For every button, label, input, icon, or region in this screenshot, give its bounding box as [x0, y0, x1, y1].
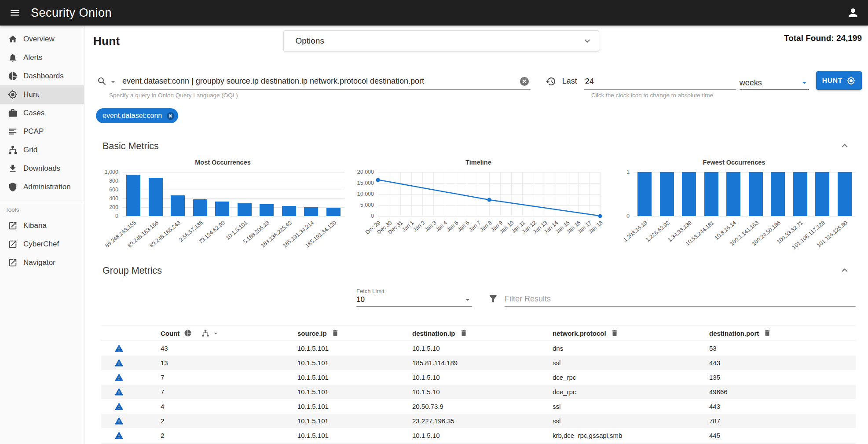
row-alert-cell[interactable]	[101, 370, 161, 385]
table-row[interactable]: 410.1.5.10120.50.73.9ssl443	[101, 399, 856, 414]
table-cell: 49666	[709, 385, 856, 399]
time-unit-value: weeks	[740, 78, 762, 88]
total-found: Total Found: 24,199	[784, 33, 862, 43]
trash-icon[interactable]	[763, 329, 771, 337]
clear-query-button[interactable]	[519, 76, 530, 87]
trash-icon[interactable]	[611, 329, 619, 337]
remove-filter-icon[interactable]	[166, 111, 175, 121]
table-header-row: Count source.ip	[101, 326, 856, 341]
bar[interactable]	[771, 172, 785, 216]
table-row[interactable]: 1310.1.5.101185.81.114.189ssl443	[101, 356, 856, 370]
warning-icon	[114, 387, 124, 396]
row-alert-cell[interactable]	[101, 356, 161, 370]
group-metrics-table-body: 4310.1.5.10110.1.5.10dns531310.1.5.10118…	[101, 341, 856, 444]
group-drilldown-icon[interactable]	[201, 329, 209, 337]
row-alert-cell[interactable]	[101, 414, 161, 428]
data-point[interactable]	[487, 198, 491, 202]
sidebar-item-cases[interactable]: Cases	[0, 104, 84, 122]
bar[interactable]	[637, 172, 652, 216]
bar[interactable]	[126, 175, 140, 216]
sidebar-item-label: Downloads	[23, 164, 60, 173]
chevron-down-icon[interactable]	[212, 330, 220, 337]
data-point[interactable]	[376, 178, 380, 182]
sidebar-item-label: Administration	[23, 183, 71, 191]
collapse-basic-metrics-button[interactable]	[839, 140, 850, 153]
external-icon	[8, 258, 18, 268]
table-cell: 443	[709, 399, 856, 414]
fetch-limit-label: Fetch Limit	[356, 288, 472, 294]
sidebar-item-grid[interactable]: Grid	[0, 141, 84, 159]
table-row[interactable]: 210.1.5.10123.227.196.35ssl787	[101, 414, 856, 428]
bar[interactable]	[260, 204, 274, 216]
sidebar-item-hunt[interactable]: Hunt	[0, 85, 84, 104]
y-tick-label: 20,000	[357, 169, 374, 175]
table-cell: krb,dce_rpc,gssapi,smb	[553, 428, 709, 443]
sidebar-item-pcap[interactable]: PCAP	[0, 122, 84, 141]
bar[interactable]	[171, 195, 185, 216]
bar[interactable]	[149, 178, 163, 216]
bar[interactable]	[838, 172, 852, 216]
group-metrics-title: Group Metrics	[103, 265, 839, 276]
table-row[interactable]: 710.1.5.10110.1.5.10dce_rpc49666	[101, 385, 856, 399]
app-title: Security Onion	[31, 6, 112, 20]
hamburger-menu-button[interactable]	[4, 2, 26, 23]
trash-icon[interactable]	[460, 329, 468, 337]
row-alert-cell[interactable]	[101, 341, 161, 356]
table-row[interactable]: 210.1.5.10110.1.5.10krb,dce_rpc,gssapi,s…	[101, 428, 856, 443]
bar[interactable]	[282, 206, 296, 216]
sidebar-nav: OverviewAlertsDashboardsHuntCasesPCAPGri…	[0, 30, 84, 196]
filter-chip[interactable]: event.dataset:conn	[96, 108, 178, 123]
x-tick-label: Jan 2	[412, 220, 426, 233]
fetch-limit-select[interactable]: Fetch Limit 10	[356, 288, 472, 307]
sidebar-item-overview[interactable]: Overview	[0, 30, 84, 48]
table-cell: 10.1.5.101	[297, 356, 412, 370]
bar[interactable]	[326, 208, 341, 216]
search-icon[interactable]	[97, 76, 107, 87]
sidebar-tool-kibana[interactable]: Kibana	[0, 216, 84, 235]
table-row[interactable]: 4310.1.5.10110.1.5.10dns53	[101, 341, 856, 356]
sidebar-item-administration[interactable]: Administration	[0, 178, 84, 196]
collapse-group-metrics-button[interactable]	[839, 264, 850, 277]
time-unit-select[interactable]: weeks	[740, 78, 809, 90]
sidebar: OverviewAlertsDashboardsHuntCasesPCAPGri…	[0, 26, 84, 444]
relative-time-icon[interactable]	[546, 76, 556, 87]
table-cell: 20.50.73.9	[412, 399, 553, 414]
table-cell: 7	[161, 385, 297, 399]
query-history-caret-icon[interactable]	[108, 77, 118, 87]
bar[interactable]	[793, 172, 807, 216]
external-icon	[8, 239, 18, 249]
chart-title: Timeline	[357, 159, 600, 166]
hunt-button[interactable]: HUNT	[816, 71, 862, 90]
filter-results-input[interactable]	[505, 292, 856, 307]
bar[interactable]	[193, 199, 207, 216]
sidebar-item-label: Hunt	[23, 90, 39, 99]
sidebar-item-dashboards[interactable]: Dashboards	[0, 67, 84, 85]
pie-chart-icon[interactable]	[184, 329, 192, 337]
bar[interactable]	[704, 172, 718, 216]
row-alert-cell[interactable]	[101, 385, 161, 399]
sidebar-item-alerts[interactable]: Alerts	[0, 48, 84, 67]
x-tick-label: Jan 6	[457, 220, 471, 233]
relative-time-value-input[interactable]	[584, 77, 736, 90]
bar[interactable]	[749, 172, 763, 216]
bar[interactable]	[304, 207, 318, 216]
options-dropdown[interactable]: Options	[283, 30, 599, 51]
table-cell: 10.1.5.101	[297, 385, 412, 399]
row-alert-cell[interactable]	[101, 428, 161, 443]
sidebar-tool-navigator[interactable]: Navigator	[0, 253, 84, 272]
sidebar-tool-cyberchef[interactable]: CyberChef	[0, 235, 84, 253]
bar[interactable]	[815, 172, 829, 216]
query-input[interactable]	[121, 77, 519, 88]
user-account-button[interactable]	[842, 2, 864, 23]
sidebar-item-downloads[interactable]: Downloads	[0, 159, 84, 178]
table-row[interactable]: 710.1.5.10110.1.5.10dce_rpc135	[101, 370, 856, 385]
bar[interactable]	[726, 172, 740, 216]
y-tick-label: 200	[109, 204, 118, 210]
trash-icon[interactable]	[331, 329, 339, 337]
bar[interactable]	[238, 203, 252, 216]
bar[interactable]	[682, 172, 696, 216]
bar[interactable]	[215, 202, 229, 216]
row-alert-cell[interactable]	[101, 399, 161, 414]
y-axis: 20,00015,00010,0005,0000	[357, 172, 378, 216]
bar[interactable]	[660, 172, 674, 216]
